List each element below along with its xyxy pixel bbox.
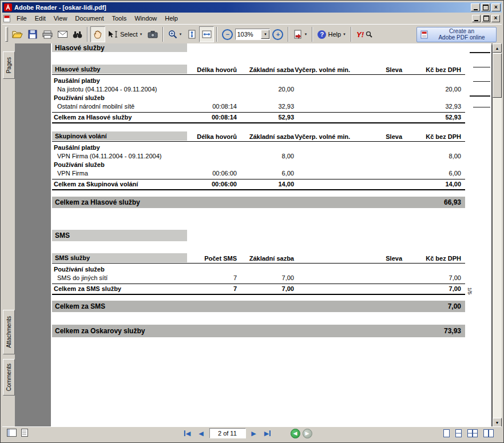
minimize-button[interactable]	[471, 3, 480, 11]
zoom-out-button[interactable]: −	[220, 26, 235, 42]
menu-document[interactable]: Document	[71, 13, 108, 23]
next-view-button[interactable]: ▶	[302, 429, 312, 438]
zoom-dropdown-button[interactable]: ▼	[261, 30, 269, 39]
table-row: SMS do jiných sítí 7 7,00 7,00	[52, 274, 465, 282]
page-number-input[interactable]	[209, 428, 245, 438]
menu-window[interactable]: Window	[130, 13, 161, 23]
help-question-icon: ?	[318, 30, 326, 39]
snapshot-button[interactable]	[145, 26, 160, 42]
continuous-page-icon	[455, 429, 462, 437]
table-section-row: Paušální platby	[52, 77, 465, 85]
adobe-pdf-online-icon	[420, 30, 428, 39]
page-edge-mark	[473, 107, 490, 107]
doc-minimize-button[interactable]	[472, 15, 481, 22]
scroll-up-button[interactable]: ▲	[493, 43, 502, 53]
page-edge-mark	[470, 52, 490, 53]
window-titlebar[interactable]: Adobe Reader - [oskar-lidi.pdf] ×	[2, 2, 502, 13]
scroll-down-button[interactable]: ▼	[493, 418, 502, 427]
continuous-facing-layout-button[interactable]	[467, 429, 478, 437]
chevron-down-icon: ▼	[343, 33, 346, 36]
table-title: SMS služby	[52, 253, 187, 262]
select-tool-button[interactable]: Select ▼	[105, 26, 145, 42]
page-edge-mark	[470, 95, 490, 97]
document-status-button[interactable]	[21, 429, 28, 437]
create-adobe-pdf-online-button[interactable]: Create an Adobe PDF online	[416, 27, 497, 42]
chevron-down-icon: ▼	[304, 33, 307, 36]
help-label: Help	[328, 31, 341, 38]
table-section-row: Používání služeb	[52, 265, 465, 274]
previous-page-button[interactable]: ◀	[195, 428, 207, 438]
table-title: Hlasové služby	[52, 65, 187, 74]
oskar-total-band: Celkem za Oskarovy služby 73,93	[52, 325, 465, 337]
pane-layout-icon	[7, 429, 17, 437]
open-button[interactable]	[10, 26, 25, 42]
email-button[interactable]	[55, 26, 70, 42]
continuous-layout-button[interactable]	[455, 429, 462, 437]
table-row: VPN Firma (04.11.2004 - 09.11.2004) 8,00…	[52, 152, 465, 161]
hand-tool-button[interactable]	[90, 26, 105, 42]
search-button[interactable]	[70, 26, 85, 42]
table-section-row: Paušální platby	[52, 143, 465, 152]
menu-edit[interactable]: Edit	[31, 13, 50, 23]
menu-file[interactable]: File	[13, 13, 31, 23]
sidebar-tab-pages[interactable]: Pages	[3, 51, 15, 79]
table-section-row: Používání služeb	[52, 94, 465, 102]
doc-close-button[interactable]: ×	[491, 15, 500, 22]
fit-width-icon	[202, 30, 212, 38]
table-section-row: Používání služeb	[52, 161, 465, 169]
binoculars-search-icon	[73, 31, 82, 38]
create-pdf-button[interactable]: ▼	[291, 26, 309, 42]
facing-layout-button[interactable]	[483, 429, 494, 437]
create-pdf-icon	[293, 30, 302, 39]
last-page-icon	[269, 430, 271, 436]
zoom-in-button[interactable]: +	[270, 26, 285, 42]
maximize-icon	[483, 5, 489, 10]
first-page-button[interactable]: ◀	[181, 428, 193, 438]
document-view-area[interactable]: Hlasové služby 1/5 Hlasové služby Délka …	[15, 43, 493, 427]
page-edge-mark	[473, 67, 490, 67]
column-header-base-rate: Základní sazba	[249, 66, 294, 73]
page-size-indicator-button[interactable]	[7, 429, 17, 437]
table-total-row: Celkem za SMS služby 7 7,00 7,00	[52, 284, 465, 295]
next-page-button[interactable]: ▶	[248, 428, 259, 438]
help-button[interactable]: ? Help ▼	[315, 26, 348, 42]
sidebar-tab-comments[interactable]: Comments	[3, 359, 15, 396]
table-title: Skupinová volání	[52, 131, 187, 141]
adobe-reader-window: Adobe Reader - [oskar-lidi.pdf] × File E…	[0, 0, 504, 443]
minimize-icon	[474, 9, 478, 10]
doc-restore-button[interactable]	[482, 15, 490, 22]
zoom-level-input[interactable]	[236, 30, 261, 38]
save-button[interactable]	[25, 26, 40, 42]
pdf-page: Hlasové služby 1/5 Hlasové služby Délka …	[51, 43, 491, 427]
fit-page-button[interactable]	[184, 26, 199, 42]
last-page-button[interactable]: ▶	[261, 428, 273, 438]
restore-icon	[483, 15, 489, 21]
facing-pages-icon	[483, 429, 494, 437]
maximize-button[interactable]	[481, 3, 490, 11]
table-row: Na jistotu (04.11.2004 - 09.11.2004) 20,…	[52, 85, 465, 94]
scrollbar-thumb[interactable]	[493, 53, 502, 98]
previous-view-button[interactable]: ◀	[290, 429, 300, 438]
toolbar-grip[interactable]	[5, 27, 8, 42]
menu-help[interactable]: Help	[161, 13, 182, 23]
column-header-amount: Kč bez DPH	[426, 133, 461, 140]
pdf-document-icon	[3, 15, 10, 22]
minimize-icon	[474, 20, 478, 21]
fit-width-button[interactable]	[199, 26, 214, 42]
menu-tools[interactable]: Tools	[108, 13, 131, 23]
column-header-amount: Kč bez DPH	[426, 255, 461, 262]
save-floppy-icon	[28, 30, 37, 39]
close-button[interactable]: ×	[491, 3, 501, 11]
chevron-down-icon: ▼	[179, 33, 182, 36]
sidebar-tab-attachments[interactable]: Attachments	[3, 310, 15, 354]
column-header-free-min: Vyčerp. volné min.	[295, 66, 350, 73]
zoom-tool-button[interactable]: ▼	[166, 26, 185, 42]
single-page-layout-button[interactable]	[443, 429, 450, 437]
print-button[interactable]	[40, 26, 55, 42]
vertical-scrollbar[interactable]: ▲ ▼	[493, 43, 502, 427]
table-header-row: Skupinová volání Délka hovorů Základní s…	[52, 131, 465, 142]
first-page-icon	[184, 430, 185, 436]
menu-view[interactable]: View	[50, 13, 72, 23]
toolbar-separator	[312, 27, 313, 42]
yahoo-search-button[interactable]: Y!	[354, 26, 375, 42]
